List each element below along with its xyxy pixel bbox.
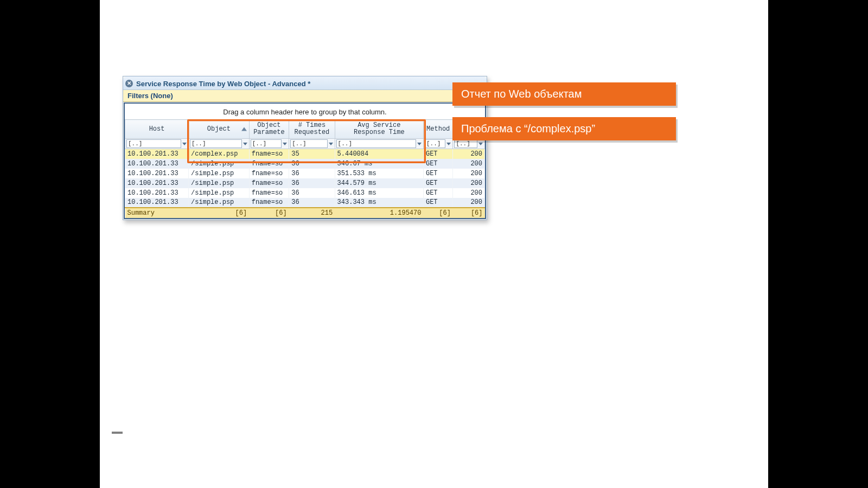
filter-avg-input[interactable]: [..] [336, 139, 416, 148]
col-object[interactable]: Object [189, 120, 250, 139]
filter-status-input[interactable]: [..] [454, 139, 477, 148]
cell-host: 10.100.201.33 [125, 159, 189, 169]
cell-host: 10.100.201.33 [125, 178, 189, 188]
table-row[interactable]: 10.100.201.33/complex.pspfname=so355.440… [125, 149, 485, 159]
cell-method: GET [423, 198, 452, 208]
callout-report-text: Отчет по Web объектам [461, 88, 582, 100]
filter-avg[interactable]: [..] [335, 139, 423, 149]
cell-params: fname=so [249, 169, 289, 178]
summary-times: 215 [289, 208, 335, 218]
cell-method: GET [423, 149, 452, 159]
tab-title: Service Response Time by Web Object - Ad… [136, 80, 310, 88]
filter-method[interactable]: [..] [423, 139, 452, 149]
cell-avg: 346.613 ms [335, 188, 423, 198]
summary-status: [6] [453, 208, 485, 218]
filter-times[interactable]: [..] [289, 139, 335, 149]
group-by-hint[interactable]: Drag a column header here to group by th… [125, 104, 485, 119]
cell-status: 200 [453, 149, 485, 159]
cell-host: 10.100.201.33 [125, 169, 189, 178]
cell-object: /simple.psp [189, 159, 250, 169]
cell-times: 35 [289, 149, 335, 159]
cell-avg: 346.67 ms [335, 159, 423, 169]
cell-params: fname=so [249, 149, 289, 159]
cell-host: 10.100.201.33 [125, 198, 189, 208]
cell-status: 200 [453, 169, 485, 178]
slide: ✕ Service Response Time by Web Object - … [100, 0, 768, 488]
sort-asc-icon [241, 127, 247, 131]
cell-method: GET [423, 169, 452, 178]
filter-host-input[interactable]: [..] [126, 139, 181, 148]
col-avg-label: Avg ServiceResponse Time [337, 122, 422, 136]
cell-avg: 5.440084 [335, 149, 423, 159]
summary-row: Summary [6] [6] 215 1.195470 [6] [6] [125, 208, 485, 218]
cell-params: fname=so [249, 198, 289, 208]
summary-avg: 1.195470 [335, 208, 423, 218]
col-object-label: Object [207, 125, 231, 133]
filter-times-input[interactable]: [..] [290, 139, 327, 148]
cell-method: GET [423, 188, 452, 198]
table-row[interactable]: 10.100.201.33/simple.pspfname=so36351.53… [125, 169, 485, 178]
col-parameters-label: ObjectParamete [251, 122, 288, 136]
summary-label: Summary [125, 208, 189, 218]
col-avg[interactable]: Avg ServiceResponse Time [335, 120, 423, 139]
chevron-down-icon[interactable] [446, 143, 451, 145]
col-times[interactable]: # TimesRequested [289, 120, 335, 139]
filter-parameters[interactable]: [..] [249, 139, 289, 149]
cell-host: 10.100.201.33 [125, 188, 189, 198]
cell-avg: 344.579 ms [335, 178, 423, 188]
filters-bar[interactable]: Filters (None) [123, 90, 487, 102]
col-parameters[interactable]: ObjectParamete [249, 120, 289, 139]
cell-method: GET [423, 159, 452, 169]
summary-params: [6] [249, 208, 289, 218]
cell-status: 200 [453, 198, 485, 208]
cell-times: 36 [289, 169, 335, 178]
cell-status: 200 [453, 188, 485, 198]
filter-host[interactable]: [..] [125, 139, 189, 149]
callout-problem: Проблема с “/complex.psp” [452, 117, 676, 140]
cell-object: /simple.psp [189, 198, 250, 208]
table: Host Object ObjectParamete # TimesReques… [125, 119, 485, 218]
col-times-label: # TimesRequested [291, 122, 333, 136]
filter-object-input[interactable]: [..] [190, 139, 242, 148]
callout-report: Отчет по Web объектам [452, 82, 676, 106]
report-panel: ✕ Service Response Time by Web Object - … [123, 76, 487, 220]
callout-problem-text: Проблема с “/complex.psp” [461, 123, 595, 135]
table-row[interactable]: 10.100.201.33/simple.pspfname=so36346.67… [125, 159, 485, 169]
cell-params: fname=so [249, 159, 289, 169]
chevron-down-icon[interactable] [243, 143, 247, 145]
chevron-down-icon[interactable] [283, 143, 287, 145]
col-method[interactable]: Method [423, 120, 452, 139]
cell-object: /complex.psp [189, 149, 250, 159]
cell-status: 200 [453, 178, 485, 188]
chevron-down-icon[interactable] [329, 143, 333, 145]
cell-status: 200 [453, 159, 485, 169]
table-row[interactable]: 10.100.201.33/simple.pspfname=so36346.61… [125, 188, 485, 198]
filter-parameters-input[interactable]: [..] [251, 139, 282, 148]
chevron-down-icon[interactable] [182, 143, 187, 145]
data-grid: Drag a column header here to group by th… [124, 102, 486, 219]
col-host[interactable]: Host [125, 120, 189, 139]
col-method-label: Method [426, 125, 450, 133]
cell-times: 36 [289, 159, 335, 169]
summary-method: [6] [423, 208, 452, 218]
cell-object: /simple.psp [189, 188, 250, 198]
cell-times: 36 [289, 178, 335, 188]
table-row[interactable]: 10.100.201.33/simple.pspfname=so36343.34… [125, 198, 485, 208]
report-tab[interactable]: ✕ Service Response Time by Web Object - … [123, 76, 487, 90]
table-row[interactable]: 10.100.201.33/simple.pspfname=so36344.57… [125, 178, 485, 188]
close-icon[interactable]: ✕ [125, 80, 133, 87]
cell-avg: 351.533 ms [335, 169, 423, 178]
cell-params: fname=so [249, 178, 289, 188]
cell-object: /simple.psp [189, 178, 250, 188]
filters-label: Filters (None) [127, 92, 173, 100]
cell-method: GET [423, 178, 452, 188]
col-host-label: Host [149, 125, 165, 133]
filter-object[interactable]: [..] [189, 139, 250, 149]
chevron-down-icon[interactable] [417, 143, 422, 145]
cell-avg: 343.343 ms [335, 198, 423, 208]
filter-method-input[interactable]: [..] [425, 139, 445, 148]
cell-times: 36 [289, 188, 335, 198]
chevron-down-icon[interactable] [478, 143, 483, 145]
cell-object: /simple.psp [189, 169, 250, 178]
footer-dash [112, 432, 123, 434]
